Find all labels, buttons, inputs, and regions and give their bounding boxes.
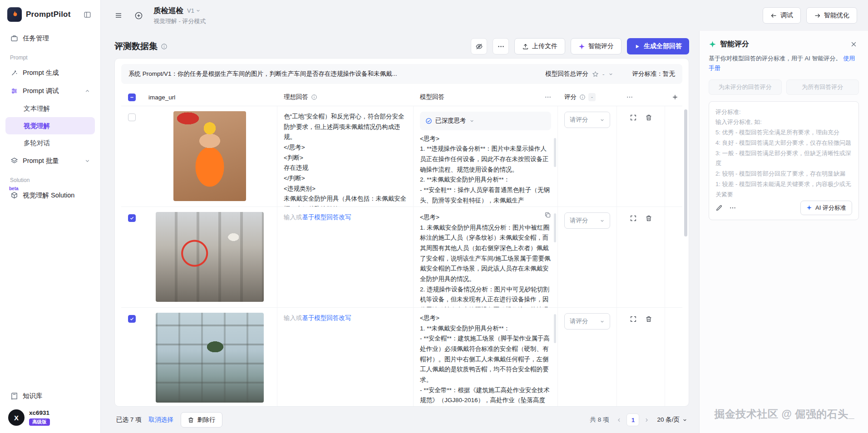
prev-page-icon[interactable] — [615, 416, 623, 424]
model-answer-cell: 已深度思考 <思考> 1. **违规操作设备分析**：图片中未显示操作人员正在操… — [414, 106, 558, 207]
sidebar-item-vision-understanding[interactable]: 视觉理解 — [5, 117, 95, 134]
delete-row-icon[interactable] — [645, 114, 652, 201]
score-unscored-button[interactable]: 为未评分的回答评分 — [709, 79, 782, 95]
copy-icon[interactable] — [544, 212, 551, 218]
score-select[interactable]: 请评分 — [564, 313, 610, 330]
delete-rows-button[interactable]: 删除行 — [181, 412, 222, 428]
total-count: 共 8 项 — [590, 416, 609, 424]
cube-icon — [10, 192, 18, 199]
select-all-checkbox[interactable] — [128, 93, 136, 101]
cell-scrollbar[interactable] — [554, 314, 556, 343]
generate-all-button[interactable]: 生成全部回答 — [627, 38, 689, 54]
sidebar-item-tasks[interactable]: 任务管理 — [5, 29, 95, 47]
upload-file-label: 上传文件 — [532, 42, 557, 50]
page-title: 评测数据集 — [114, 40, 158, 52]
pagination: 1 — [615, 413, 651, 426]
star-icon[interactable] — [592, 71, 599, 78]
ideal-answer-cell: 输入或基于模型回答改写 — [277, 308, 414, 406]
cell-scrollbar[interactable] — [554, 138, 556, 167]
edit-pencil-icon[interactable] — [715, 204, 723, 212]
dataset-image[interactable] — [156, 212, 264, 302]
chevron-down-icon — [469, 118, 474, 123]
close-icon[interactable] — [848, 39, 859, 49]
criteria-more-icon[interactable] — [729, 204, 736, 212]
sidebar-item-prompt-debug[interactable]: Prompt 调试 — [5, 82, 95, 100]
upload-icon — [522, 43, 529, 50]
criteria-input[interactable]: 评分标准: 输入评分标准, 如: 5: 优秀 - 模型回答完全满足所有要求，理由… — [715, 107, 852, 197]
info-icon[interactable] — [311, 94, 317, 100]
table-body: 色“工地”安全帽）和反光背心，符合部分安全防护要求，但上述两项未佩戴情况仍构成违… — [121, 106, 682, 406]
score-all-button[interactable]: 为所有回答评分 — [786, 79, 859, 95]
arrow-left-icon — [770, 12, 777, 19]
menu-icon[interactable] — [111, 8, 126, 23]
page-size-select[interactable]: 20 条/页 — [657, 416, 687, 424]
current-page[interactable]: 1 — [626, 413, 639, 426]
version-selector[interactable]: V1 — [187, 7, 201, 14]
table-scrollbar[interactable] — [684, 109, 687, 236]
deep-think-toggle[interactable]: 已深度思考 — [420, 112, 551, 130]
chevron-down-icon[interactable] — [608, 72, 613, 77]
cell-scrollbar[interactable] — [554, 213, 556, 242]
score-placeholder: 请评分 — [570, 115, 588, 125]
info-icon[interactable] — [579, 94, 586, 100]
row-actions-more-icon[interactable] — [626, 93, 633, 101]
delete-row-icon[interactable] — [645, 315, 652, 403]
info-icon[interactable] — [161, 43, 168, 50]
user-account[interactable]: X xc6931 高级版 — [5, 405, 95, 426]
delete-row-icon[interactable] — [645, 215, 652, 302]
row-checkbox[interactable] — [128, 113, 136, 121]
table-row: 色“工地”安全帽）和反光背心，符合部分安全防护要求，但上述两项未佩戴情况仍构成违… — [121, 106, 682, 207]
sidebar-item-text-understanding[interactable]: 文本理解 — [5, 100, 95, 117]
score-cell: 请评分 — [558, 308, 617, 406]
cancel-selection-link[interactable]: 取消选择 — [149, 416, 173, 424]
sidebar-section-prompt: Prompt — [5, 47, 95, 64]
sidebar-item-prompt-gen[interactable]: Prompt 生成 — [5, 64, 95, 82]
sidebar-item-label: 任务管理 — [23, 34, 49, 43]
score-select[interactable]: 请评分 — [564, 112, 610, 128]
ai-criteria-label: AI 评分标准 — [815, 204, 846, 212]
ai-criteria-button[interactable]: AI 评分标准 — [800, 201, 852, 215]
briefcase-icon — [10, 34, 18, 42]
row-actions-cell — [617, 207, 665, 307]
sidebar-item-vision-solution[interactable]: beta 视觉理解 Solution — [5, 186, 95, 204]
row-checkbox[interactable] — [128, 315, 136, 323]
dataset-image[interactable] — [156, 313, 264, 403]
score-cell: 请评分 — [558, 207, 617, 307]
next-page-icon[interactable] — [643, 416, 651, 424]
expand-row-icon[interactable] — [630, 215, 637, 302]
ideal-answer-cell[interactable]: 色“工地”安全帽）和反光背心，符合部分安全防护要求，但上述两项未佩戴情况仍构成违… — [277, 106, 414, 207]
add-circle-icon[interactable] — [131, 8, 146, 23]
sidebar-item-multi-turn[interactable]: 多轮对话 — [5, 134, 95, 152]
sidebar-item-label: Prompt 调试 — [23, 87, 59, 95]
more-dots-icon — [497, 43, 505, 50]
row-checkbox[interactable] — [128, 214, 136, 222]
rewrite-from-model-link[interactable]: 基于模型回答改写 — [302, 214, 351, 221]
sidebar-item-label: Prompt 批量 — [23, 157, 59, 165]
expand-row-icon[interactable] — [630, 315, 637, 403]
score-placeholder: 请评分 — [570, 216, 588, 226]
sidebar-item-knowledge[interactable]: 知识库 — [5, 387, 95, 405]
add-column-icon[interactable] — [671, 93, 679, 101]
plan-badge: 高级版 — [29, 418, 50, 426]
smart-optimize-button[interactable]: 智能优化 — [806, 7, 857, 24]
smart-score-button[interactable]: 智能评分 — [571, 38, 621, 54]
column-header-score: 评分 — [564, 93, 577, 101]
smart-score-panel: 智能评分 基于你对模型回答的评分标准，用于 AI 智能评分。 使用手册 为未评分… — [699, 31, 868, 433]
score-select[interactable]: 请评分 — [564, 212, 610, 229]
more-actions-button[interactable] — [493, 38, 509, 54]
chevron-down-icon — [682, 418, 687, 423]
dataset-image[interactable] — [173, 111, 246, 201]
debug-button[interactable]: 调试 — [763, 7, 801, 24]
upload-file-button[interactable]: 上传文件 — [514, 38, 565, 54]
expand-row-icon[interactable] — [630, 114, 637, 201]
sidebar-collapse-icon[interactable] — [82, 9, 93, 20]
sparkle-icon — [578, 43, 585, 50]
eye-off-icon — [475, 43, 483, 50]
hide-columns-button[interactable] — [471, 38, 487, 54]
chevron-up-icon — [84, 88, 90, 94]
total-score-value: - — [602, 71, 605, 78]
rewrite-from-model-link[interactable]: 基于模型回答改写 — [302, 315, 351, 321]
sidebar-item-prompt-batch[interactable]: Prompt 批量 — [5, 152, 95, 170]
score-cell: 请评分 — [558, 106, 617, 207]
column-more-icon[interactable] — [544, 93, 552, 101]
